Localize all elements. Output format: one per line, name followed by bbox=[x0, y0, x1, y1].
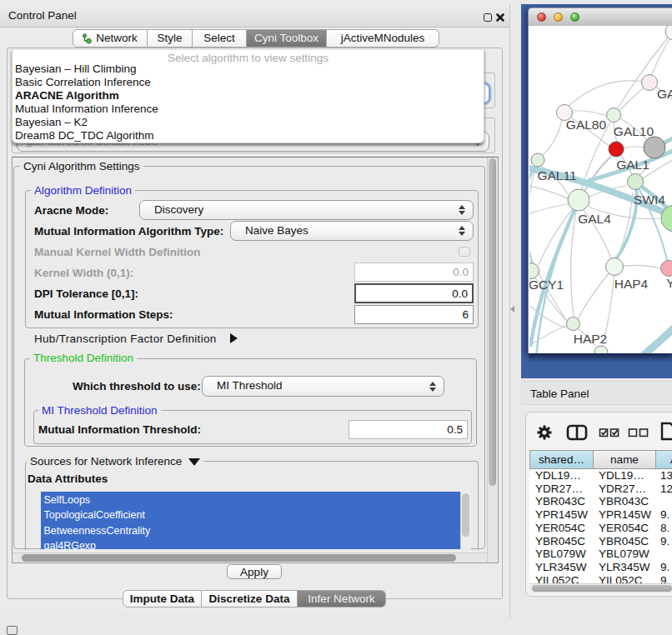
svg-text:GAL4: GAL4 bbox=[578, 212, 611, 226]
svg-text:GAL1: GAL1 bbox=[616, 158, 649, 172]
svg-text:GCY1: GCY1 bbox=[529, 278, 564, 292]
svg-text:GAL10: GAL10 bbox=[614, 124, 654, 138]
svg-text:HAP4: HAP4 bbox=[614, 277, 649, 291]
svg-text:YJ: YJ bbox=[666, 276, 672, 290]
svg-text:GAL80: GAL80 bbox=[566, 118, 607, 132]
svg-text:GAL7: GAL7 bbox=[657, 87, 672, 101]
svg-text:SWI4: SWI4 bbox=[634, 192, 665, 207]
svg-text:GAL11: GAL11 bbox=[537, 168, 576, 182]
svg-text:HAP2: HAP2 bbox=[574, 332, 608, 346]
